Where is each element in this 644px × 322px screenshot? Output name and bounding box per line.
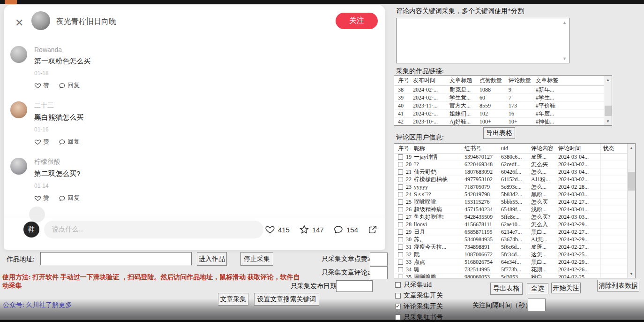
user-row[interactable]: 22 柠檬檬西柚柚 4977953102 61152d... AJ1粉... 2… bbox=[394, 176, 635, 184]
scroll-down-icon[interactable]: ▼ bbox=[628, 270, 635, 277]
like-button[interactable]: 赞 bbox=[34, 81, 49, 90]
scroll-up-icon[interactable]: ▲ bbox=[561, 19, 568, 26]
min-comments-input[interactable] bbox=[370, 266, 388, 279]
users-table-header[interactable]: 序号 昵称 红书号 uid 评论内容 评论时间 状态 bbox=[394, 144, 635, 153]
row-checkbox[interactable] bbox=[398, 230, 403, 235]
user-row[interactable]: 25 噗呲噗呲 153115276 5bbb55... 怎么买 2024-02-… bbox=[394, 199, 635, 206]
scrollbar-thumb[interactable] bbox=[628, 172, 635, 191]
commenter-name[interactable]: 二十三 bbox=[34, 101, 83, 110]
scroll-up-icon[interactable]: ▲ bbox=[628, 144, 635, 152]
enter-article-button[interactable]: 进入作品 bbox=[197, 252, 227, 266]
row-checkbox[interactable] bbox=[398, 222, 403, 227]
checkbox[interactable] bbox=[395, 282, 401, 288]
col-comment-count[interactable]: 评论数量 bbox=[509, 77, 536, 84]
scrollbar-thumb[interactable] bbox=[605, 106, 612, 116]
commenter-avatar[interactable] bbox=[10, 158, 27, 175]
checkbox[interactable] bbox=[395, 293, 401, 299]
col-comment-time[interactable]: 评论时间 bbox=[558, 145, 600, 153]
row-checkbox[interactable] bbox=[398, 192, 403, 197]
likes-stat[interactable]: 415 bbox=[265, 224, 290, 235]
row-checkbox[interactable] bbox=[398, 252, 403, 257]
close-icon[interactable]: ✕ bbox=[15, 17, 23, 29]
user-row[interactable]: 34 璐 732514995 5f773b... 花期... 2024-02-2… bbox=[394, 266, 635, 274]
col-index[interactable]: 序号 bbox=[394, 145, 414, 153]
article-row[interactable]: 40 2023-11-... 官方大... 8559 173 #平价鞋 bbox=[394, 102, 612, 110]
articles-table-scrollbar[interactable]: ▲ ▼ bbox=[604, 76, 612, 125]
article-url-input[interactable] bbox=[40, 252, 192, 265]
row-checkbox[interactable] bbox=[398, 237, 403, 242]
row-checkbox[interactable] bbox=[398, 245, 403, 250]
user-row[interactable]: 31 瘦瘦今天拉... 734898891 5f6c6d... 皮蓬... 20… bbox=[394, 244, 635, 251]
user-row[interactable]: 30 苏。 5340984935 63674b... AJ怎... 2024-0… bbox=[394, 236, 635, 244]
col-uid[interactable]: uid bbox=[501, 145, 531, 152]
publish-date-input[interactable] bbox=[336, 280, 373, 292]
author-name[interactable]: 夜光青柠旧日向晚 bbox=[56, 17, 116, 27]
reply-button[interactable]: 回复 bbox=[59, 138, 80, 146]
share-button[interactable] bbox=[367, 224, 378, 235]
article-collect-button[interactable]: 文章采集 bbox=[218, 293, 248, 306]
user-row[interactable]: 26 超级精神病 4571540234 65489f... 浅粉... 2024… bbox=[394, 206, 635, 214]
article-row[interactable]: 42 2023-10-... Aj好鞋... 100+ 10+ #神仙... bbox=[394, 118, 612, 126]
article-row[interactable]: 41 2024-02-... 姐妹们... 102 16 #年度... bbox=[394, 110, 612, 118]
follow-interval-input[interactable] bbox=[528, 299, 546, 311]
reply-button[interactable]: 回复 bbox=[59, 81, 80, 90]
col-publish-time[interactable]: 发布时间 bbox=[413, 77, 449, 84]
export-users-button[interactable]: 导出表格 bbox=[490, 283, 523, 295]
select-all-button[interactable]: 全选 bbox=[527, 283, 548, 294]
col-article-title[interactable]: 文章标题 bbox=[449, 77, 479, 84]
article-row[interactable]: 38 2024-02-... 耐克是... 1088 9 #新年... bbox=[394, 86, 612, 94]
reply-button[interactable]: 回复 bbox=[59, 194, 80, 202]
like-button[interactable]: 赞 bbox=[34, 138, 49, 146]
scroll-down-icon[interactable]: ▼ bbox=[561, 55, 568, 62]
row-checkbox[interactable] bbox=[398, 207, 403, 212]
export-articles-button[interactable]: 导出表格 bbox=[483, 127, 515, 139]
row-checkbox[interactable] bbox=[398, 275, 403, 278]
col-comment-content[interactable]: 评论内容 bbox=[531, 145, 558, 153]
checkbox[interactable] bbox=[395, 304, 401, 309]
option-checkbox-row[interactable]: 只采集uid bbox=[395, 281, 443, 289]
user-row[interactable]: 19 一jay钟情 5394670127 6380c6... 皮蓬... 202… bbox=[394, 153, 635, 161]
col-status[interactable]: 状态 bbox=[600, 144, 624, 153]
stop-collect-button[interactable]: 停止采集 bbox=[240, 252, 273, 266]
wechat-account-link[interactable]: 公众号: 久川社了解更多 bbox=[3, 301, 72, 309]
textarea-scrollbar[interactable]: ▲ ▼ bbox=[561, 19, 568, 62]
user-row[interactable]: 23 yyyyy 718705079 5e893c... 怎么... 2024-… bbox=[394, 184, 635, 191]
set-search-keywords-button[interactable]: 设置文章搜索关键词 bbox=[254, 293, 319, 306]
row-checkbox[interactable] bbox=[398, 260, 403, 265]
user-row[interactable]: 35 嘎嘣脆脆 980060053 5d3053... 粉白 2024-02-2… bbox=[394, 274, 635, 278]
comment-input[interactable]: 说点什么... bbox=[44, 221, 263, 238]
keyword-textarea[interactable]: ▲ ▼ bbox=[396, 18, 569, 63]
clear-list-button[interactable]: 清除列表数据 bbox=[597, 280, 639, 291]
row-checkbox[interactable] bbox=[398, 184, 403, 190]
user-row[interactable]: 27 鱼丸好吃咩! 9428435509 5ffe8e... 怎么买? 2024… bbox=[394, 214, 635, 221]
comments-stat[interactable]: 154 bbox=[333, 224, 358, 235]
user-row[interactable]: 28 lloovi 4156678111 62ae10... 怎么入 2024-… bbox=[394, 221, 635, 229]
user-row[interactable]: 29 日月 6585871195 6214e7... 黑白... 2024-02… bbox=[394, 229, 635, 236]
row-checkbox[interactable] bbox=[398, 267, 403, 272]
user-row[interactable]: 20 ?? 6220469348 62cedf... 怎么买 2024-03-0… bbox=[394, 161, 635, 169]
col-like-count[interactable]: 点赞数量 bbox=[479, 77, 509, 84]
option-checkbox-row[interactable]: 文章采集开关 bbox=[395, 291, 443, 300]
users-table-scrollbar[interactable]: ▲ ▼ bbox=[627, 144, 635, 278]
scroll-up-icon[interactable]: ▲ bbox=[604, 76, 612, 84]
row-checkbox[interactable] bbox=[398, 154, 403, 160]
articles-table-header[interactable]: 序号 发布时间 文章标题 点赞数量 评论数量 文章标签 bbox=[394, 76, 612, 86]
option-checkbox-row[interactable]: 评论采集开关 bbox=[395, 302, 443, 311]
commenter-avatar[interactable] bbox=[10, 46, 27, 63]
row-checkbox[interactable] bbox=[398, 215, 403, 220]
scroll-down-icon[interactable]: ▼ bbox=[604, 117, 612, 125]
author-avatar[interactable] bbox=[31, 11, 50, 30]
user-row[interactable]: 32 阮 1087006672 5fc34d... 这怎... 2024-02-… bbox=[394, 251, 635, 259]
user-row[interactable]: 33 点点 5168026754 64e34f... 黑白... 2024-02… bbox=[394, 259, 635, 266]
start-follow-button[interactable]: 开始关注 bbox=[551, 283, 581, 293]
col-article-tags[interactable]: 文章标签 bbox=[536, 77, 573, 84]
col-index[interactable]: 序号 bbox=[394, 77, 413, 84]
row-checkbox[interactable] bbox=[398, 199, 403, 205]
follow-button[interactable]: 关注 bbox=[336, 13, 378, 29]
row-checkbox[interactable] bbox=[398, 169, 403, 175]
favorites-stat[interactable]: 147 bbox=[299, 224, 324, 235]
row-checkbox[interactable] bbox=[398, 162, 403, 167]
min-likes-input[interactable] bbox=[370, 253, 388, 266]
commenter-name[interactable]: 柠檬很酸 bbox=[34, 158, 80, 166]
col-redbook-id[interactable]: 红书号 bbox=[464, 145, 501, 153]
